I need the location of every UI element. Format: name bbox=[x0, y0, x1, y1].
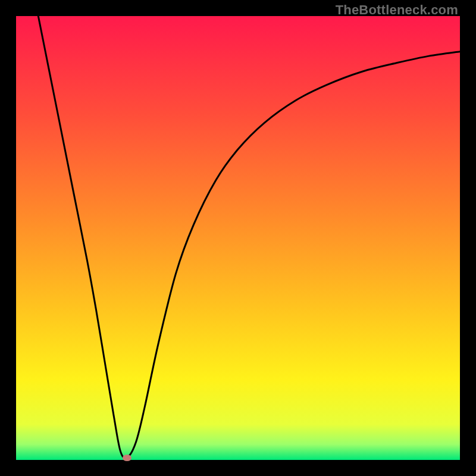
bottleneck-curve bbox=[38, 16, 460, 458]
chart-frame bbox=[16, 16, 460, 460]
chart-curve-layer bbox=[16, 16, 460, 460]
optimal-point-marker bbox=[123, 455, 131, 461]
